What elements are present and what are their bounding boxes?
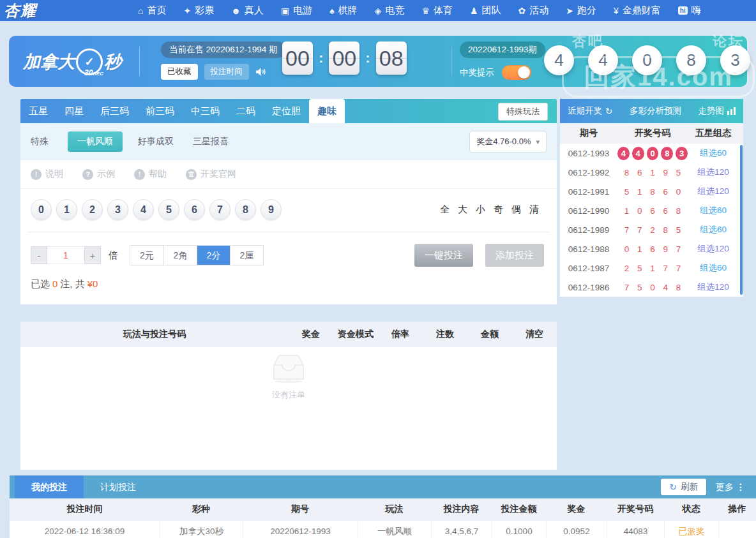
nav-item-esports[interactable]: ◈电竞 [375,4,405,17]
combo-link[interactable]: 组选120 [688,167,739,178]
nav-item-sports[interactable]: ♛体育 [421,4,453,17]
tab-zhongsanma[interactable]: 中三码 [183,99,228,123]
nav-item-activity[interactable]: ✿活动 [518,4,549,17]
analysis-tab[interactable]: 多彩分析预测 [630,105,681,117]
combo-link[interactable]: 组选60 [688,147,739,159]
tab-plan-bets[interactable]: 计划投注 [84,475,153,498]
unit-fen[interactable]: 2分 [197,246,230,265]
number-ball-1[interactable]: 1 [56,199,77,220]
number-ball-9[interactable]: 9 [261,199,282,220]
money-unit-selector: 2元 2角 2分 2厘 [130,245,264,265]
sidebar-tabs: 近期开奖↻ 多彩分析预测 走势图 [560,99,743,123]
bonus-rate-select[interactable]: 奖金4.76-0.0% ▾ [469,131,547,153]
tab-housanma[interactable]: 后三码 [92,99,137,123]
number-ball-0[interactable]: 0 [31,199,52,220]
number-ball-5[interactable]: 5 [158,199,179,220]
tab-qiansanma[interactable]: 前三码 [137,99,183,123]
sync-icon: ↻ [605,106,612,116]
quick-pick-even[interactable]: 偶 [511,204,521,216]
subtab-yifanfengshun[interactable]: 一帆风顺 [68,131,123,152]
subtab-teshu[interactable]: 特殊 [31,136,49,147]
colon: : [319,50,323,66]
nav-item-lottery[interactable]: ✦彩票 [183,4,214,17]
quick-pick-small[interactable]: 小 [476,204,485,216]
tab-dingweidan[interactable]: 定位胆 [264,99,309,123]
chevron-down-icon: ▾ [536,138,540,146]
refresh-button[interactable]: ↻ 刷新 [661,479,706,495]
number-ball-2[interactable]: 2 [82,199,103,220]
nav-label: 电竞 [385,4,404,17]
nav-item-paofen[interactable]: ➤跑分 [566,4,596,17]
col-play-numbers: 玩法与投注号码 [20,329,289,340]
bets-table-header: 投注时间 彩种 期号 玩法 投注内容 投注金额 奖金 开奖号码 状态 操作 [10,498,756,520]
combo-link[interactable]: 组选120 [688,281,739,293]
nav-item-home[interactable]: ⌂首页 [138,4,166,17]
site-logo[interactable]: 杏耀 [4,1,37,21]
tab-wuxing[interactable]: 五星 [20,99,56,123]
selected-count: 0 [50,278,60,289]
number-ball-6[interactable]: 6 [184,199,205,220]
more-button[interactable]: 更多 ⋮ [716,475,746,498]
help-link[interactable]: !帮助 [134,168,167,180]
nav-item-wealth[interactable]: ¥金鼎财富 [614,4,661,17]
nav-item-hi[interactable]: hi嗨 [678,4,701,17]
recent-draws-tab[interactable]: 近期开奖↻ [568,105,612,117]
combo-link[interactable]: 组选120 [688,186,739,197]
unit-jiao[interactable]: 2角 [163,246,197,265]
add-bet-button[interactable]: 添加投注 [485,244,544,267]
bet-action[interactable] [718,521,756,538]
number-ball-8[interactable]: 8 [235,199,256,220]
sidebar-scrollbar[interactable] [740,145,743,295]
official-site-link[interactable]: 官开奖官网 [186,168,236,180]
result-row: 0612-1989 7 7 2 8 5 组选60 [560,220,743,239]
multiplier-input[interactable]: 1 [47,246,84,264]
tab-my-bets[interactable]: 我的投注 [15,475,84,498]
tab-quwei[interactable]: 趣味 [309,99,345,123]
status-badge: 已派奖 [664,521,718,538]
win-tip-toggle[interactable] [502,65,531,80]
explain-link[interactable]: !说明 [31,168,63,180]
refresh-icon: ↻ [669,482,677,492]
nav-item-live[interactable]: ☻真人 [231,4,264,17]
current-issue-badge: 当前在售 20220612-1994 期 [161,41,286,58]
last-draw-info: 20220612-1993期 中奖提示 [460,41,545,80]
quick-pick-all[interactable]: 全 [440,204,450,216]
number-ball-3[interactable]: 3 [107,199,128,220]
result-row: 0612-1993 4 4 0 8 3 组选60 [560,144,743,163]
quick-pick-clear[interactable]: 清 [529,204,539,216]
last-draw-numbers: 4 4 0 8 3 [544,45,750,75]
draw-number-ball: 0 [632,45,662,75]
quick-bet-button[interactable]: 一键投注 [414,244,473,267]
example-link[interactable]: ?示例 [82,168,115,180]
tab-erma[interactable]: 二码 [228,99,264,123]
unit-yuan[interactable]: 2元 [130,246,163,265]
speaker-icon[interactable] [255,67,266,77]
bet-time-button[interactable]: 投注时间 [204,64,249,80]
subtab-haoshichengshuang[interactable]: 好事成双 [138,136,174,147]
unit-li[interactable]: 2厘 [230,246,263,265]
quick-pick-big[interactable]: 大 [458,204,467,216]
nav-label: 嗨 [692,4,701,17]
nav-item-team[interactable]: ♟团队 [470,4,501,17]
draw-number-ball: 3 [720,45,750,75]
combo-link[interactable]: 组选60 [688,262,739,274]
number-ball-4[interactable]: 4 [133,199,154,220]
quick-pick-odd[interactable]: 奇 [494,204,503,216]
multiplier-minus-button[interactable]: - [31,246,47,264]
combo-link[interactable]: 组选60 [688,205,739,216]
special-play-button[interactable]: 特殊玩法 [498,103,548,121]
favorited-button[interactable]: 已收藏 [161,64,198,80]
multiplier-plus-button[interactable]: + [84,246,101,264]
col-clear[interactable]: 清空 [512,329,557,340]
arcade-icon: ▣ [281,6,289,16]
countdown-minutes: 00 [329,41,359,75]
trend-chart-tab[interactable]: 走势图 [699,105,736,117]
number-ball-7[interactable]: 7 [209,199,231,220]
quick-pick-links: 全 大 小 奇 偶 清 [440,204,547,216]
nav-item-arcade[interactable]: ▣电游 [281,4,312,17]
combo-link[interactable]: 组选60 [688,224,739,235]
subtab-sanxingbaoxi[interactable]: 三星报喜 [193,136,229,147]
tab-sixing[interactable]: 四星 [56,99,92,123]
combo-link[interactable]: 组选120 [688,243,739,255]
nav-item-chess[interactable]: ♠棋牌 [329,4,357,17]
